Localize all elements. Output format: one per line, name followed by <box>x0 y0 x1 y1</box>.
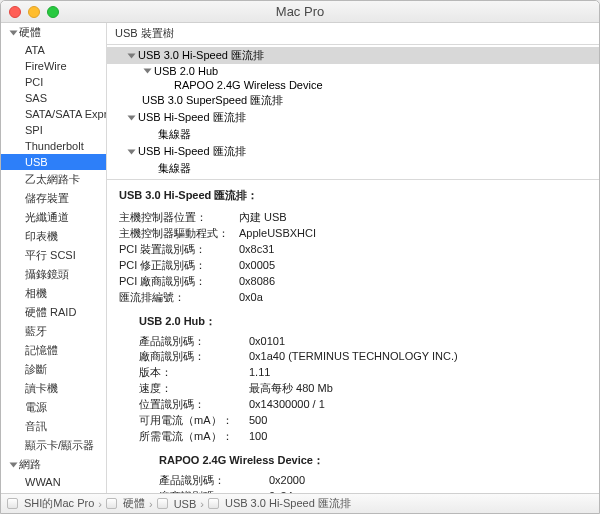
sidebar-item[interactable]: 光纖通道 <box>1 208 106 227</box>
sidebar-item[interactable]: SPI <box>1 122 106 138</box>
disclosure-icon[interactable] <box>128 115 136 120</box>
detail-value: 0x2000 <box>269 473 305 489</box>
sidebar-item[interactable]: ATA <box>1 42 106 58</box>
breadcrumb-item[interactable]: USB 3.0 Hi-Speed 匯流排 <box>225 496 351 511</box>
breadcrumb-icon <box>208 498 219 509</box>
detail-key: 位置識別碼： <box>139 397 249 413</box>
detail-key: PCI 廠商識別碼： <box>119 274 239 290</box>
detail-key: 主機控制器位置： <box>119 210 239 226</box>
chevron-right-icon: › <box>200 498 204 510</box>
detail-sub: USB 2.0 Hub：產品識別碼：0x0101廠商識別碼：0x1a40 (TE… <box>139 314 587 493</box>
sidebar-category[interactable]: 硬體 <box>1 23 106 42</box>
tree-row[interactable]: USB Hi-Speed 匯流排 <box>107 143 599 160</box>
detail-row: 可用電流（mA）：500 <box>139 413 587 429</box>
detail-value: 0x0101 <box>249 334 285 350</box>
disclosure-icon <box>10 30 18 35</box>
detail-value: 0x1a40 (TERMINUS TECHNOLOGY INC.) <box>249 349 458 365</box>
detail-row: 主機控制器驅動程式：AppleUSBXHCI <box>119 226 587 242</box>
breadcrumb-item[interactable]: SHI的Mac Pro <box>24 496 94 511</box>
sidebar-item[interactable]: 印表機 <box>1 227 106 246</box>
sidebar-item[interactable]: SAS <box>1 90 106 106</box>
tree-row-label: 集線器 <box>158 161 191 176</box>
window-body: 硬體ATAFireWirePCISASSATA/SATA ExpressSPIT… <box>1 23 599 493</box>
sidebar-item[interactable]: 乙太網路卡 <box>1 170 106 189</box>
detail-value: 0x0005 <box>239 258 275 274</box>
sidebar-item[interactable]: WWAN <box>1 474 106 490</box>
sidebar-item[interactable]: 相機 <box>1 284 106 303</box>
tree-row-label: USB 3.0 SuperSpeed 匯流排 <box>142 93 283 108</box>
sidebar-item[interactable]: 藍牙 <box>1 322 106 341</box>
tree-row-label: USB Hi-Speed 匯流排 <box>138 110 246 125</box>
sidebar-item[interactable]: 攝錄鏡頭 <box>1 265 106 284</box>
sidebar-item[interactable]: 診斷 <box>1 360 106 379</box>
tree-row[interactable]: RAPOO 2.4G Wireless Device <box>107 78 599 92</box>
detail-sub-title: USB 2.0 Hub： <box>139 314 587 330</box>
detail-value: 0x0a <box>239 290 263 306</box>
breadcrumb-item[interactable]: 硬體 <box>123 496 145 511</box>
disclosure-icon[interactable] <box>128 53 136 58</box>
sidebar-item[interactable]: 讀卡機 <box>1 379 106 398</box>
sidebar[interactable]: 硬體ATAFireWirePCISASSATA/SATA ExpressSPIT… <box>1 23 107 493</box>
detail-sub-title: RAPOO 2.4G Wireless Device： <box>159 453 587 469</box>
sidebar-item[interactable]: Thunderbolt <box>1 138 106 154</box>
detail-value: 0x14300000 / 1 <box>249 397 325 413</box>
detail-key: 可用電流（mA）： <box>139 413 249 429</box>
sidebar-item[interactable]: 平行 SCSI <box>1 246 106 265</box>
tree-row[interactable]: 集線器 <box>107 126 599 143</box>
detail-row: PCI 廠商識別碼：0x8086 <box>119 274 587 290</box>
breadcrumb-icon <box>7 498 18 509</box>
sidebar-item[interactable]: SATA/SATA Express <box>1 106 106 122</box>
sidebar-item[interactable]: 電源 <box>1 398 106 417</box>
detail-row: 所需電流（mA）：100 <box>139 429 587 445</box>
detail-value: 500 <box>249 413 267 429</box>
disclosure-icon[interactable] <box>128 149 136 154</box>
detail-row: 速度：最高每秒 480 Mb <box>139 381 587 397</box>
detail-pane[interactable]: USB 3.0 Hi-Speed 匯流排：主機控制器位置：內建 USB主機控制器… <box>107 180 599 493</box>
breadcrumb-item[interactable]: USB <box>174 498 197 510</box>
sidebar-item[interactable]: 記憶體 <box>1 341 106 360</box>
chevron-right-icon: › <box>149 498 153 510</box>
sidebar-item[interactable]: PCI <box>1 74 106 90</box>
detail-row: 廠商識別碼：0x1a40 (TERMINUS TECHNOLOGY INC.) <box>139 349 587 365</box>
detail-key: 速度： <box>139 381 249 397</box>
detail-key: 產品識別碼： <box>139 334 249 350</box>
detail-sub: RAPOO 2.4G Wireless Device：產品識別碼：0x2000廠… <box>159 453 587 493</box>
sidebar-item[interactable]: USB <box>1 154 106 170</box>
sidebar-item[interactable]: 硬體 RAID <box>1 303 106 322</box>
tree-row[interactable]: USB Hi-Speed 匯流排 <box>107 109 599 126</box>
sidebar-category[interactable]: 網路 <box>1 455 106 474</box>
detail-key: 廠商識別碼： <box>139 349 249 365</box>
breadcrumb-icon <box>106 498 117 509</box>
tree-row-label: USB 2.0 Hub <box>154 65 218 77</box>
traffic-lights <box>9 6 59 18</box>
tree-row[interactable]: USB 3.0 Hi-Speed 匯流排 <box>107 47 599 64</box>
close-icon[interactable] <box>9 6 21 18</box>
detail-key: 版本： <box>139 365 249 381</box>
sidebar-item[interactable]: 音訊 <box>1 417 106 436</box>
sidebar-item[interactable]: 顯示卡/顯示器 <box>1 436 106 455</box>
detail-value: 內建 USB <box>239 210 287 226</box>
titlebar[interactable]: Mac Pro <box>1 1 599 23</box>
disclosure-icon[interactable] <box>144 69 152 74</box>
tree-row[interactable]: USB 2.0 Hub <box>107 64 599 78</box>
tree-row[interactable]: USB 3.0 SuperSpeed 匯流排 <box>107 92 599 109</box>
sidebar-category-label: 網路 <box>19 457 41 472</box>
detail-value: 0x8086 <box>239 274 275 290</box>
detail-row: 匯流排編號：0x0a <box>119 290 587 306</box>
detail-row: PCI 裝置識別碼：0x8c31 <box>119 242 587 258</box>
detail-value: 最高每秒 480 Mb <box>249 381 333 397</box>
detail-value: 1.11 <box>249 365 270 381</box>
device-tree[interactable]: USB 3.0 Hi-Speed 匯流排USB 2.0 HubRAPOO 2.4… <box>107 45 599 180</box>
breadcrumb[interactable]: SHI的Mac Pro›硬體›USB›USB 3.0 Hi-Speed 匯流排 <box>1 493 599 513</box>
zoom-icon[interactable] <box>47 6 59 18</box>
detail-value: AppleUSBXHCI <box>239 226 316 242</box>
sidebar-item[interactable]: 儲存裝置 <box>1 189 106 208</box>
detail-value: 0x8c31 <box>239 242 274 258</box>
breadcrumb-icon <box>157 498 168 509</box>
detail-key: 匯流排編號： <box>119 290 239 306</box>
minimize-icon[interactable] <box>28 6 40 18</box>
sidebar-item[interactable]: FireWire <box>1 58 106 74</box>
detail-key: 主機控制器驅動程式： <box>119 226 239 242</box>
system-info-window: Mac Pro 硬體ATAFireWirePCISASSATA/SATA Exp… <box>0 0 600 514</box>
tree-row[interactable]: 集線器 <box>107 160 599 177</box>
